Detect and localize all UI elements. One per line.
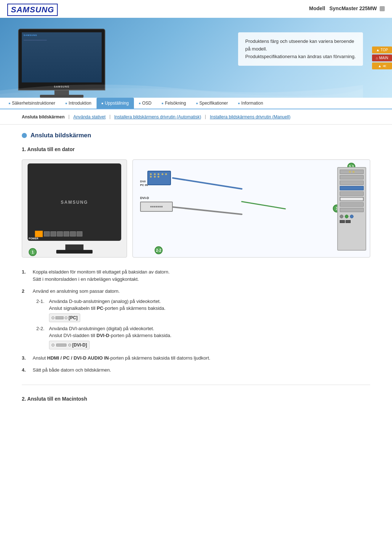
dvi-connector-visual [140, 202, 173, 212]
monitor-base-diag [56, 250, 93, 254]
dvi-pins [149, 205, 164, 208]
instruction-2: 2 Använd en anslutning som passar datorn… [22, 288, 370, 349]
dvi-slot [340, 197, 364, 201]
svg-line-2 [242, 202, 285, 209]
port-group [44, 231, 82, 236]
monitor-back-diagram: SAMSUNG PO [22, 159, 127, 258]
sub-instruction-2-1: 2-1. Använda D-sub-anslutningen (analog)… [36, 298, 370, 322]
sub-text-22: Använda DVI-anslutningen (digital) på vi… [49, 325, 171, 349]
dvi-label: DVI/PC IN [140, 180, 148, 187]
hero-text-box: Produktens färg och utseende kan variera… [238, 32, 363, 66]
hero-text-line2: på modell. [245, 45, 356, 53]
badge-1: 1 [29, 248, 37, 256]
inst-num-2: 2 [22, 288, 29, 349]
sub-num-22: 2-2. [36, 325, 45, 349]
port6 [77, 231, 82, 236]
inst-text-3: Anslut HDMI / PC / DVI-D AUDIO IN-porten… [33, 355, 370, 362]
slot8 [340, 208, 364, 212]
tab-introduction[interactable]: Introduktion [60, 98, 97, 109]
inst-text-4: Sätt på både datorn och bildskärmen. [33, 366, 370, 374]
vga-cable-visual [147, 171, 173, 189]
hero-waves [0, 76, 363, 98]
inst-text-2: Använd en anslutning som passar datorn. … [33, 288, 370, 349]
dvi-conn-mid [56, 344, 66, 347]
pc-port-badge: [PC] [49, 313, 80, 322]
hero-text-line1: Produktens färg och utseende kan variera… [245, 38, 356, 45]
usb-ports [340, 220, 364, 223]
tab-osd[interactable]: OSD [134, 98, 157, 109]
main-button[interactable]: ⌂ MAIN [372, 54, 392, 61]
connector-diagram: 2-1 DVI/PC [132, 159, 370, 258]
model-label: Modell [309, 5, 325, 11]
sub-text-21: Använda D-sub-anslutningen (analog) på v… [49, 298, 166, 322]
dvi-conn-left [52, 344, 54, 347]
nav-tabs: Säkerhetsinstruktioner Introduktion Upps… [0, 98, 392, 109]
instruction-4: 4. Sätt på både datorn och bildskärmen. [22, 366, 370, 374]
back-button[interactable]: ▲ ≪ [372, 62, 392, 69]
port-power [35, 231, 43, 237]
port5 [70, 231, 76, 236]
top-button[interactable]: ▲ TOP [372, 46, 392, 53]
breadcrumb-stand[interactable]: Använda stativet [73, 114, 106, 119]
dvi-port-badge: [DVI-D] [49, 341, 90, 349]
breadcrumb-connect[interactable]: Ansluta bildskärmen [22, 114, 65, 119]
inst-num-1: 1. [22, 268, 29, 283]
hero-text-line3: Produktspecifikationerna kan ändras utan… [245, 53, 356, 61]
usb2 [346, 220, 351, 223]
svg-line-0 [173, 178, 242, 189]
pc-conn-left [52, 316, 54, 319]
breadcrumb-driver-auto[interactable]: Installera bildskärmens drivrutin (Autom… [114, 114, 201, 119]
main-content: Ansluta bildskärmen 1. Ansluta till en d… [0, 125, 392, 409]
monitor-stand-diag [65, 244, 83, 250]
tab-troubleshoot[interactable]: Felsökning [157, 98, 191, 109]
model-info: Modell SyncMaster 225MW [309, 4, 385, 11]
audio-port3 [350, 215, 354, 218]
hero-banner: SAMSUNG ────────────────── SAMSUNG Produ… [0, 18, 392, 98]
monitor-screen-hero: SAMSUNG ────────────────── [22, 32, 102, 82]
instruction-3: 3. Anslut HDMI / PC / DVI-D AUDIO IN-por… [22, 355, 370, 362]
svg-line-1 [173, 207, 242, 214]
slot7 [340, 202, 364, 207]
instructions-list: 1. Koppla elsladden för monitorn till el… [22, 268, 370, 374]
section1-title: 1. Ansluta till en dator [22, 146, 370, 152]
pc-back-visual [337, 167, 366, 251]
pc-conn-right [65, 316, 68, 319]
power-label-diag: POWER [29, 237, 38, 240]
breadcrumb-driver-manual[interactable]: Installera bildskärmens drivrutin (Manue… [210, 114, 290, 119]
vga-pins [148, 171, 170, 179]
slot3 [340, 181, 364, 185]
inst-num-4: 4. [22, 366, 29, 374]
port2 [50, 231, 56, 236]
slot5 [340, 191, 364, 196]
dvi-conn-right [68, 344, 71, 347]
breadcrumb: Ansluta bildskärmen ｜ Använda stativet ｜… [0, 109, 392, 125]
diagram-area: SAMSUNG PO [22, 159, 370, 258]
audio-ports [340, 215, 364, 218]
usb1 [340, 220, 345, 223]
tab-setup[interactable]: Uppställning [97, 98, 134, 109]
samsung-logo: SAMSUNG [7, 4, 58, 16]
tab-information[interactable]: Information [233, 98, 268, 109]
monitor-samsung-label: SAMSUNG [61, 200, 88, 205]
badge-2-2: 2-2 [155, 246, 163, 254]
sub-instruction-2-2: 2-2. Använda DVI-anslutningen (digital) … [36, 325, 370, 349]
monitor-back-body: SAMSUNG [28, 163, 121, 241]
port1 [44, 231, 50, 236]
inst-text-1: Koppla elsladden för monitorn till elutt… [33, 268, 370, 283]
instruction-1: 1. Koppla elsladden för monitorn till el… [22, 268, 370, 283]
pc-conn-mid [56, 316, 64, 319]
dvi-d-label: DVI-D [140, 196, 149, 200]
ports-area [35, 231, 82, 237]
expansion-slots [338, 168, 366, 225]
vga-slot [340, 186, 364, 190]
tab-safety[interactable]: Säkerhetsinstruktioner [4, 98, 60, 109]
tab-specs[interactable]: Specifikationer [191, 98, 233, 109]
section2-title: 2. Ansluta till en Macintosh [22, 396, 370, 402]
section-dot [22, 133, 27, 138]
sub-num-21: 2-1. [36, 298, 45, 322]
side-buttons-container: ▲ TOP ⌂ MAIN ▲ ≪ [372, 18, 392, 98]
main-title: Ansluta bildskärmen [22, 132, 370, 139]
port3 [57, 231, 63, 236]
model-name: SyncMaster 225MW [330, 5, 377, 11]
slot1 [340, 170, 364, 174]
